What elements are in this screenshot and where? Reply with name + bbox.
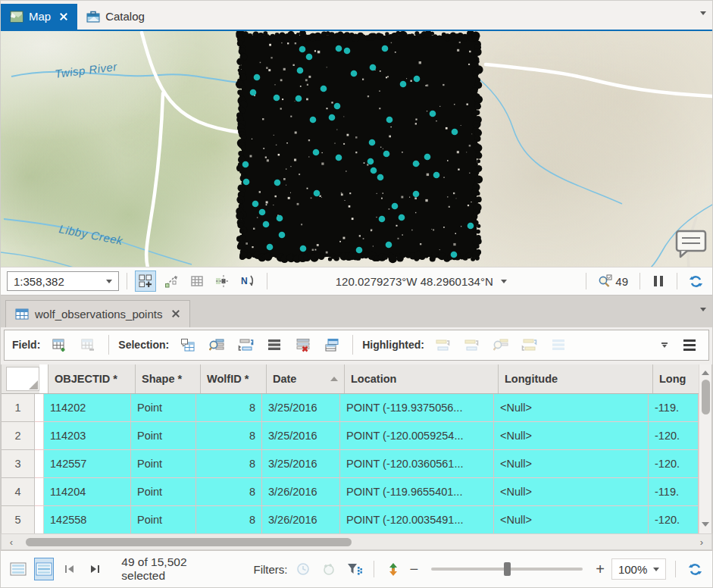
cell-row-number[interactable]: 5 — [2, 506, 35, 533]
selected-wolf-point[interactable] — [451, 252, 458, 258]
cell-objectid[interactable]: 114204 — [44, 478, 131, 506]
highlight-all-button[interactable] — [547, 333, 570, 356]
selected-wolf-point[interactable] — [344, 48, 351, 55]
map-view[interactable]: Twisp River Libby Creek — [1, 31, 712, 267]
cell-location[interactable]: POINT (-119.9655401... — [340, 478, 494, 506]
selected-wolf-point[interactable] — [263, 221, 270, 228]
selected-wolf-point[interactable] — [259, 209, 266, 216]
selected-wolf-point[interactable] — [279, 232, 286, 239]
cell-location[interactable]: POINT (-120.0360561... — [340, 450, 494, 478]
selected-wolf-point[interactable] — [336, 45, 342, 52]
selected-wolf-point[interactable] — [267, 244, 274, 251]
tab-wolf-observations-points[interactable]: wolf_observations_points — [5, 300, 190, 327]
header-objectid[interactable]: OBJECTID * — [48, 364, 136, 393]
cell-date[interactable]: 3/25/2016 — [262, 394, 340, 422]
selected-wolf-point[interactable] — [274, 180, 281, 186]
coordinates-display[interactable]: 120.0279273°W 48.2960134°N — [336, 275, 507, 288]
selected-wolf-point[interactable] — [356, 247, 363, 254]
scroll-up-icon[interactable] — [702, 371, 709, 375]
selected-wolf-point[interactable] — [310, 117, 317, 124]
selected-wolf-point[interactable] — [392, 203, 399, 210]
selected-wolf-point[interactable] — [370, 64, 377, 71]
selection-tool-button[interactable] — [135, 271, 156, 292]
selected-wolf-point[interactable] — [300, 246, 307, 252]
selected-wolf-point[interactable] — [383, 151, 390, 158]
selection-filter-button[interactable] — [345, 558, 364, 580]
cell-long[interactable]: -120. — [649, 450, 699, 478]
cell-longitude[interactable]: <Null> — [494, 506, 649, 533]
cell-location[interactable]: POINT (-119.9375056... — [340, 394, 494, 422]
selected-wolf-point[interactable] — [413, 161, 420, 167]
cell-wolfid[interactable]: 8 — [196, 506, 262, 533]
clear-selection-button[interactable] — [292, 333, 314, 356]
cell-shape[interactable]: Point — [131, 450, 196, 478]
close-map-tab-icon[interactable] — [59, 12, 68, 21]
selected-wolf-point[interactable] — [468, 223, 474, 230]
header-shape[interactable]: Shape * — [136, 364, 201, 393]
selected-wolf-point[interactable] — [297, 67, 304, 74]
selected-wolf-point[interactable] — [321, 86, 327, 92]
cell-row-number[interactable]: 3 — [2, 450, 35, 478]
selected-wolf-point[interactable] — [242, 161, 249, 168]
popup-dock-icon[interactable] — [677, 231, 705, 257]
row-spacer[interactable] — [35, 478, 44, 506]
header-wolfid[interactable]: WolfID * — [201, 364, 267, 393]
toolbar-overflow-chevron-icon[interactable] — [661, 342, 668, 348]
cell-wolfid[interactable]: 8 — [196, 422, 262, 450]
selection-count-button[interactable]: 49 — [594, 271, 632, 292]
selected-wolf-point[interactable] — [351, 70, 358, 77]
selected-wolf-point[interactable] — [424, 154, 431, 161]
selected-wolf-point[interactable] — [400, 81, 407, 88]
cell-objectid[interactable]: 114202 — [44, 394, 131, 422]
table-zoom-slider[interactable] — [431, 568, 583, 571]
close-table-tab-icon[interactable] — [171, 309, 180, 318]
cell-objectid[interactable]: 142558 — [44, 506, 131, 533]
cell-long[interactable]: -119. — [649, 478, 699, 506]
cell-longitude[interactable]: <Null> — [494, 450, 649, 478]
vertical-scrollbar[interactable] — [699, 364, 711, 533]
cell-shape[interactable]: Point — [131, 506, 196, 533]
selected-wolf-point[interactable] — [274, 95, 280, 102]
tab-catalog[interactable]: Catalog — [77, 4, 154, 30]
select-by-attributes-button[interactable] — [177, 333, 199, 356]
selected-wolf-point[interactable] — [452, 129, 458, 136]
unhighlight-selected-button[interactable] — [461, 333, 483, 356]
table-panel-menu-chevron-icon[interactable] — [700, 308, 706, 311]
grid-button[interactable] — [186, 271, 208, 292]
table-row[interactable]: 3142557Point83/25/2016POINT (-120.036056… — [2, 450, 711, 478]
selected-wolf-point[interactable] — [414, 76, 421, 83]
map-scale-combobox[interactable]: 1:358,382 — [7, 271, 119, 291]
table-row[interactable]: 1114202Point83/25/2016POINT (-119.937505… — [2, 394, 711, 422]
highlight-selected-button[interactable] — [432, 333, 455, 356]
refresh-table-button[interactable] — [685, 558, 705, 580]
row-spacer[interactable] — [35, 450, 44, 478]
row-spacer[interactable] — [35, 506, 44, 533]
cell-shape[interactable]: Point — [131, 478, 196, 506]
horizontal-scroll-thumb[interactable] — [26, 538, 352, 546]
header-long-cut[interactable]: Long — [653, 364, 703, 393]
snapping-button[interactable] — [212, 271, 233, 292]
selected-wolf-point[interactable] — [367, 158, 374, 165]
scroll-right-icon[interactable]: › — [696, 536, 707, 548]
cell-long[interactable]: -119. — [649, 394, 699, 422]
selected-wolf-point[interactable] — [329, 114, 336, 121]
header-longitude[interactable]: Longitude — [499, 364, 653, 393]
cell-location[interactable]: POINT (-120.0059254... — [340, 422, 494, 450]
selected-wolf-point[interactable] — [369, 139, 376, 146]
row-spacer[interactable] — [35, 394, 44, 422]
zoom-in-icon[interactable]: + — [595, 561, 605, 577]
table-row[interactable]: 2114203Point83/25/2016POINT (-120.005925… — [2, 422, 711, 450]
show-all-records-button[interactable] — [8, 558, 28, 580]
add-field-button[interactable] — [48, 333, 70, 356]
show-selected-records-button[interactable] — [34, 558, 54, 580]
selected-wolf-point[interactable] — [252, 201, 259, 208]
row-spacer[interactable] — [35, 422, 44, 450]
refresh-map-button[interactable] — [685, 271, 706, 292]
cell-shape[interactable]: Point — [131, 394, 196, 422]
go-last-record-button[interactable] — [85, 558, 105, 580]
header-location[interactable]: Location — [345, 364, 499, 393]
view-tabs-menu-chevron-icon[interactable] — [700, 11, 706, 15]
cell-date[interactable]: 3/25/2016 — [262, 450, 340, 478]
selected-wolf-point[interactable] — [382, 45, 389, 52]
scroll-left-icon[interactable]: ‹ — [6, 536, 17, 548]
